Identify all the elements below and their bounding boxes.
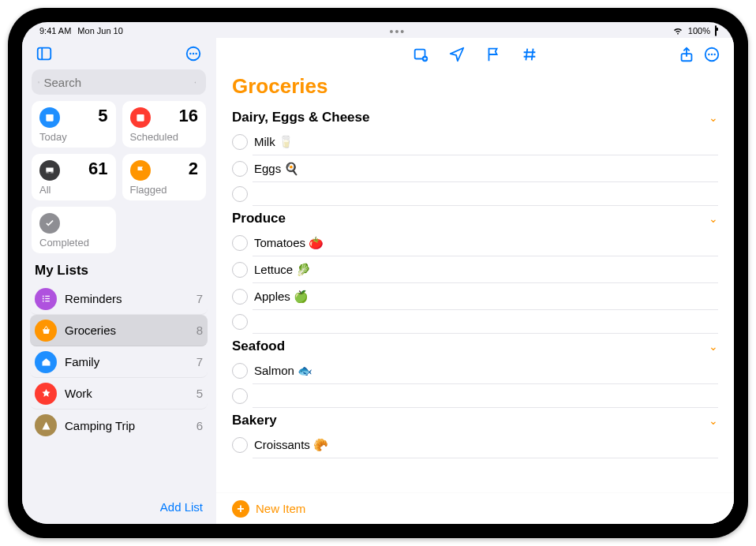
mic-icon[interactable] (194, 77, 196, 88)
chevron-down-icon[interactable]: ⌄ (709, 111, 718, 124)
search-input[interactable] (44, 76, 194, 89)
all-count: 61 (88, 160, 107, 178)
scheduled-count: 16 (179, 107, 198, 125)
group-title: Bakery (232, 413, 277, 428)
more-options-icon[interactable] (182, 43, 204, 65)
reminder-row[interactable]: Eggs 🍳 (253, 155, 718, 182)
reminder-row[interactable]: Lettuce 🥬 (253, 256, 718, 283)
smart-list-all[interactable]: 61 All (32, 154, 116, 200)
complete-radio[interactable] (232, 235, 248, 251)
chevron-down-icon[interactable]: ⌄ (709, 414, 718, 427)
sidebar: 5 Today 16 Scheduled 61 All (22, 38, 216, 524)
reminder-row[interactable]: Milk 🥛 (253, 129, 718, 155)
list-count: 5 (196, 387, 203, 400)
empty-reminder-row[interactable] (253, 310, 718, 334)
svg-point-11 (42, 298, 43, 300)
list-name: Work (65, 387, 196, 400)
list-row-family[interactable]: Family 7 (30, 346, 208, 378)
battery-icon (715, 26, 717, 36)
list-row-groceries[interactable]: Groceries 8 (30, 315, 208, 346)
battery-text: 100% (688, 26, 710, 36)
complete-radio[interactable] (232, 314, 248, 330)
group-title: Produce (232, 211, 286, 226)
hashtag-icon[interactable] (518, 43, 541, 65)
checkmark-icon (39, 213, 60, 234)
smart-list-scheduled[interactable]: 16 Scheduled (122, 101, 207, 148)
list-row-reminders[interactable]: Reminders 7 (30, 283, 208, 315)
group-header[interactable]: Produce⌄ (232, 206, 718, 230)
complete-radio[interactable] (232, 363, 248, 379)
list-count: 6 (196, 419, 203, 432)
today-label: Today (39, 131, 108, 143)
empty-reminder-row[interactable] (253, 384, 718, 408)
reminder-row[interactable]: Croissants 🥐 (253, 432, 718, 458)
svg-point-21 (713, 54, 715, 55)
smart-list-today[interactable]: 5 Today (32, 101, 116, 148)
group-header[interactable]: Bakery⌄ (232, 408, 718, 432)
list-row-camping[interactable]: Camping Trip 6 (30, 410, 208, 441)
complete-radio[interactable] (232, 161, 248, 177)
calendar-today-icon (39, 107, 60, 128)
list-name: Groceries (65, 323, 196, 337)
svg-point-3 (189, 53, 191, 54)
flag-toolbar-icon[interactable] (482, 43, 504, 65)
search-icon (38, 77, 40, 88)
reminder-row[interactable]: Tomatoes 🍅 (253, 230, 718, 256)
flag-icon (130, 160, 151, 181)
svg-point-13 (42, 301, 43, 302)
status-date: Mon Jun 10 (77, 26, 122, 36)
reminder-text: Apples 🍏 (254, 290, 309, 304)
svg-rect-0 (38, 48, 51, 60)
list-bullet-icon (35, 288, 57, 310)
scheduled-label: Scheduled (130, 131, 199, 143)
svg-rect-12 (45, 298, 50, 299)
chevron-down-icon[interactable]: ⌄ (709, 340, 718, 353)
list-name: Camping Trip (65, 419, 196, 432)
complete-radio[interactable] (232, 437, 248, 453)
calendar-add-icon[interactable] (410, 43, 432, 65)
empty-reminder-row[interactable] (253, 182, 718, 206)
svg-rect-8 (137, 114, 144, 122)
flagged-label: Flagged (130, 184, 199, 196)
list-row-work[interactable]: Work 5 (30, 378, 208, 410)
list-name: Family (65, 355, 196, 368)
list-count: 7 (196, 292, 203, 305)
smart-list-completed[interactable]: Completed (32, 207, 116, 253)
reminder-row[interactable]: Apples 🍏 (253, 283, 718, 310)
complete-radio[interactable] (232, 289, 248, 305)
complete-radio[interactable] (232, 262, 248, 278)
multitask-dots-icon[interactable]: ••• (123, 25, 672, 38)
new-item-button[interactable]: New Item (256, 502, 305, 515)
complete-radio[interactable] (232, 134, 248, 150)
chevron-down-icon[interactable]: ⌄ (709, 212, 718, 225)
complete-radio[interactable] (232, 186, 248, 202)
share-icon[interactable] (676, 43, 698, 65)
calendar-scheduled-icon (130, 107, 151, 128)
status-time: 9:41 AM (39, 26, 71, 36)
complete-radio[interactable] (232, 388, 248, 404)
search-field[interactable] (32, 69, 206, 95)
more-menu-icon[interactable] (701, 43, 723, 65)
my-lists-heading: My Lists (22, 253, 215, 283)
sidebar-toggle-icon[interactable] (33, 43, 55, 65)
reminder-row[interactable]: Salmon 🐟 (253, 357, 718, 384)
completed-label: Completed (39, 237, 108, 249)
house-icon (35, 351, 57, 373)
group-header[interactable]: Seafood⌄ (232, 334, 718, 357)
reminder-text: Eggs 🍳 (254, 162, 299, 176)
tray-icon (39, 160, 60, 181)
list-name: Reminders (65, 292, 196, 305)
svg-rect-10 (45, 296, 50, 297)
smart-list-flagged[interactable]: 2 Flagged (122, 154, 207, 200)
reminder-text: Croissants 🥐 (254, 438, 328, 452)
svg-point-20 (711, 54, 713, 55)
svg-point-5 (195, 53, 196, 54)
svg-point-9 (42, 295, 43, 297)
flagged-count: 2 (189, 160, 198, 178)
add-list-button[interactable]: Add List (160, 500, 203, 514)
location-icon[interactable] (446, 43, 468, 65)
plus-circle-icon[interactable]: + (232, 500, 249, 518)
reminder-text: Lettuce 🥬 (254, 263, 311, 277)
group-header[interactable]: Dairy, Eggs & Cheese⌄ (232, 105, 718, 129)
reminder-text: Tomatoes 🍅 (254, 236, 324, 250)
